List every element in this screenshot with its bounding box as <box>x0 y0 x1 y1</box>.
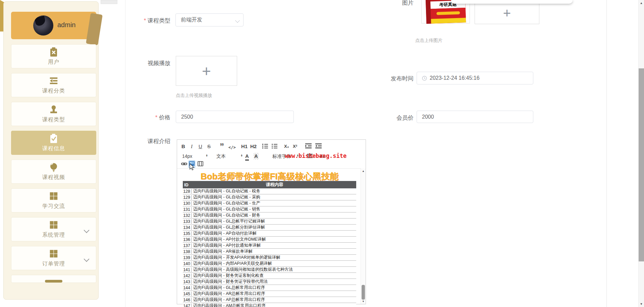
table-row: 140 迈向FI高级顾问 - 内部AP/AR关联交易详解 <box>183 261 356 267</box>
font-size-spinner-icon[interactable]: ▲▼ <box>206 154 208 157</box>
sidebar-item-label: 课程信息 <box>42 145 65 152</box>
member-price-input[interactable]: 2000 <box>417 111 533 123</box>
row-content: 迈向FI高级顾问 - GL总帐平行记账详解 <box>192 219 265 224</box>
course-table-header: ID 课程内容 <box>183 181 356 188</box>
row-content: 迈向FI高级顾问 - 高级顾问都知道的找数据表七种方法 <box>192 267 293 272</box>
publish-time-input[interactable]: 2023-12-24 16:45:16 <box>417 72 533 84</box>
header-id: ID <box>183 182 193 187</box>
sidebar-item-partial[interactable] <box>11 275 96 283</box>
scroll-up-icon[interactable]: ▲ <box>361 170 366 173</box>
sidebar-item-study-exchange[interactable]: 学习交流 <box>11 188 96 212</box>
row-content: 迈向FI高级顾问 - GL自动记账 - 销售 <box>192 206 260 212</box>
table-row: 147 迈向FI高级顾问 - AM总帐常用出口程序 <box>183 303 356 307</box>
browser-overlay-bar <box>451 0 573 4</box>
chevron-down-icon <box>235 18 240 23</box>
row-id: 144 <box>183 286 192 290</box>
grid-icon <box>49 220 59 230</box>
row-id: 142 <box>183 273 192 278</box>
bg-color-button[interactable]: A <box>254 153 259 160</box>
row-content: 迈向FI高级顾问 - 开发AP/AR对账单的逻辑详解 <box>192 255 280 260</box>
page-scrollbar[interactable]: ▲ ▼ <box>638 0 644 307</box>
user-card[interactable]: admin <box>11 12 96 39</box>
table-row: 133 迈向FI高级顾问 - GL总帐平行记账详解 <box>183 219 356 225</box>
user-card-ribbon-decoration <box>86 13 103 45</box>
sidebar-item-label: 课程视频 <box>42 174 65 181</box>
sidebar-item-course-category[interactable]: 课程分类 <box>11 73 96 97</box>
ordered-list-button[interactable] <box>262 143 268 149</box>
superscript-button[interactable]: X² <box>293 143 297 150</box>
paragraph-format-select[interactable]: 文本 <box>216 154 226 160</box>
row-id: 141 <box>183 267 192 272</box>
table-row: 138 迈向FI高级顾问 - AR催款单详解 <box>183 249 356 255</box>
chevron-down-icon <box>84 256 90 262</box>
row-content: 迈向FI高级顾问 - GL自动记账 - 财务 <box>192 212 260 218</box>
row-content: 迈向FI高级顾问 - AR总帐常用出口程序 <box>192 291 265 297</box>
sidebar-item-label: 课程分类 <box>42 87 65 95</box>
sidebar-item-label: 系统管理 <box>42 232 65 239</box>
sidebar-item-users[interactable]: 用户 <box>11 44 96 68</box>
sidebar-item-system-management[interactable]: 系统管理 <box>11 217 96 241</box>
avatar <box>33 15 53 36</box>
scroll-down-icon[interactable]: ▼ <box>361 300 366 303</box>
sidebar-item-label: 学习交流 <box>42 203 65 210</box>
picture-label: 图片 <box>373 0 414 7</box>
clipboard-x-icon <box>49 47 59 57</box>
table-row: 142 迈向FI高级顾问 - 财务凭证客制化检查 <box>183 273 356 279</box>
row-id: 136 <box>183 237 192 242</box>
sidebar-item-course-video[interactable]: 课程视频 <box>11 160 96 184</box>
grid-icon <box>49 191 59 201</box>
row-id: 135 <box>183 231 192 236</box>
row-id: 145 <box>183 292 192 296</box>
sidebar-item-course-info[interactable]: 课程信息 <box>11 131 96 155</box>
row-content: 迈向FI高级顾问 - AR催款单详解 <box>192 249 253 254</box>
format-spinner-icon[interactable]: ▲▼ <box>240 154 243 157</box>
table-row: 143 迈向FI高级顾问 - 财务凭证字段替代用法 <box>183 279 356 285</box>
table-row: 141 迈向FI高级顾问 - 高级顾问都知道的找数据表七种方法 <box>183 267 356 273</box>
publish-time-value: 2023-12-24 16:45:16 <box>430 75 480 81</box>
font-size-select[interactable]: 14px <box>182 154 192 159</box>
editor-scrollbar[interactable]: ▲ ▼ <box>361 169 366 304</box>
indent-button[interactable] <box>315 143 322 148</box>
code-button[interactable]: </> <box>228 144 236 151</box>
table-row: 130 迈向FI高级顾问 - GL自动记账 - 生产 <box>183 200 356 206</box>
row-id: 146 <box>183 298 192 302</box>
row-content: 迈向FI高级顾问 - AP付款文件DME详解 <box>192 237 266 242</box>
link-button[interactable] <box>181 161 187 167</box>
row-id: 143 <box>183 280 192 284</box>
watermark-text: www.bishebang.site <box>285 152 346 159</box>
grid-icon <box>49 249 59 259</box>
sidebar-item-course-type[interactable]: 课程类型 <box>11 102 96 126</box>
heading2-button[interactable]: H2 <box>250 143 257 150</box>
editor-scrollbar-thumb[interactable] <box>362 285 365 300</box>
clock-icon <box>422 76 427 81</box>
plus-icon: + <box>202 63 211 79</box>
unordered-list-button[interactable] <box>272 143 277 149</box>
course-banner-title: Bob老师带你掌握FI高级核心黑技能 <box>183 171 356 182</box>
row-content: 迈向FI高级顾问 - 财务凭证客制化检查 <box>192 273 264 279</box>
course-type-select[interactable]: 前端开发 <box>175 13 244 26</box>
font-color-button[interactable]: A <box>245 153 249 161</box>
underline-button[interactable]: U <box>199 143 202 150</box>
sidebar-item-order-management[interactable]: 订单管理 <box>11 246 96 270</box>
outdent-button[interactable] <box>305 143 312 148</box>
row-content: 迈向FI高级顾问 - GL总帐常用出口程序 <box>192 285 265 291</box>
heading1-button[interactable]: H1 <box>241 143 248 150</box>
insert-video-button[interactable] <box>198 161 203 166</box>
scroll-down-icon[interactable]: ▼ <box>639 302 644 306</box>
picture-upload-box[interactable]: + <box>475 2 539 24</box>
scroll-up-icon[interactable]: ▲ <box>639 1 644 5</box>
italic-button[interactable]: I <box>191 143 193 150</box>
clipped-top-element <box>101 0 117 4</box>
price-input[interactable]: 2500 <box>176 111 294 123</box>
blockquote-button[interactable]: ” <box>220 144 224 149</box>
video-upload-box[interactable]: + <box>176 56 237 86</box>
table-row: 132 迈向FI高级顾问 - GL自动记账 - 财务 <box>183 212 356 219</box>
strikethrough-button[interactable]: S <box>207 143 211 150</box>
subscript-button[interactable]: X₂ <box>284 143 289 150</box>
row-content: 迈向FI高级顾问 - GL自动记账 - 税务 <box>192 188 260 194</box>
clipboard-check-icon <box>49 133 59 143</box>
row-content: 迈向FI高级顾问 - AM总帐常用出口程序 <box>192 303 266 307</box>
member-price-value: 2000 <box>422 114 434 120</box>
page-scrollbar-thumb[interactable] <box>639 68 644 261</box>
bold-button[interactable]: B <box>181 143 185 150</box>
